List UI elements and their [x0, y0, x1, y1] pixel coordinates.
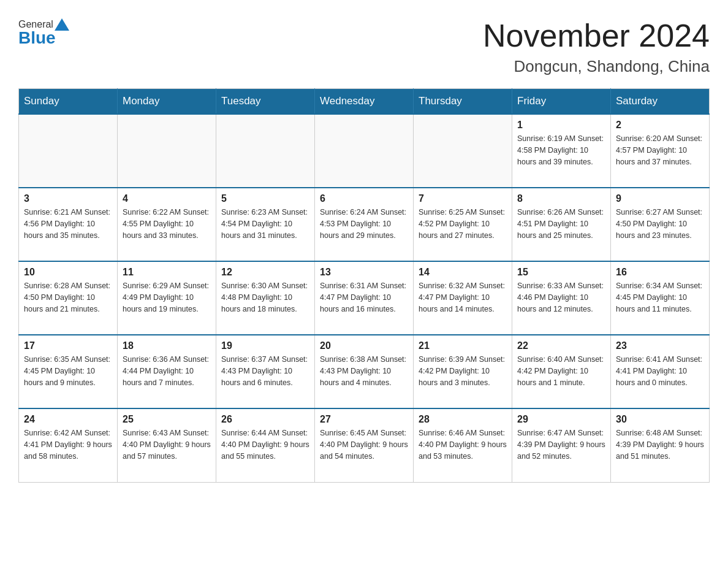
calendar-cell: 19Sunrise: 6:37 AM Sunset: 4:43 PM Dayli…: [216, 335, 315, 408]
calendar-cell: 26Sunrise: 6:44 AM Sunset: 4:40 PM Dayli…: [216, 408, 315, 482]
day-info: Sunrise: 6:22 AM Sunset: 4:55 PM Dayligh…: [123, 207, 211, 241]
day-number: 2: [616, 120, 704, 131]
weekday-header-friday: Friday: [512, 89, 611, 115]
calendar-cell: 10Sunrise: 6:28 AM Sunset: 4:50 PM Dayli…: [19, 261, 118, 335]
day-number: 1: [517, 120, 605, 131]
day-info: Sunrise: 6:32 AM Sunset: 4:47 PM Dayligh…: [419, 280, 507, 315]
calendar-cell: 23Sunrise: 6:41 AM Sunset: 4:41 PM Dayli…: [611, 335, 710, 408]
weekday-header-sunday: Sunday: [19, 89, 118, 115]
day-info: Sunrise: 6:24 AM Sunset: 4:53 PM Dayligh…: [320, 207, 408, 241]
calendar-cell: 16Sunrise: 6:34 AM Sunset: 4:45 PM Dayli…: [611, 261, 710, 335]
calendar-cell: 5Sunrise: 6:23 AM Sunset: 4:54 PM Daylig…: [216, 188, 315, 261]
calendar-week-row: 17Sunrise: 6:35 AM Sunset: 4:45 PM Dayli…: [19, 335, 710, 408]
page-header: General Blue November 2024 Dongcun, Shan…: [18, 18, 710, 76]
day-number: 10: [24, 267, 112, 278]
day-number: 13: [320, 267, 408, 278]
day-info: Sunrise: 6:27 AM Sunset: 4:50 PM Dayligh…: [616, 207, 704, 241]
day-number: 6: [320, 193, 408, 204]
day-number: 30: [616, 414, 704, 425]
month-title: November 2024: [483, 18, 710, 53]
calendar-cell: 6Sunrise: 6:24 AM Sunset: 4:53 PM Daylig…: [315, 188, 414, 261]
day-number: 28: [419, 414, 507, 425]
day-info: Sunrise: 6:40 AM Sunset: 4:42 PM Dayligh…: [517, 354, 605, 388]
day-number: 8: [517, 193, 605, 204]
calendar-cell: 8Sunrise: 6:26 AM Sunset: 4:51 PM Daylig…: [512, 188, 611, 261]
calendar-cell: [216, 114, 315, 188]
day-number: 12: [221, 267, 309, 278]
calendar-cell: 11Sunrise: 6:29 AM Sunset: 4:49 PM Dayli…: [118, 261, 216, 335]
calendar-cell: 22Sunrise: 6:40 AM Sunset: 4:42 PM Dayli…: [512, 335, 611, 408]
day-info: Sunrise: 6:38 AM Sunset: 4:43 PM Dayligh…: [320, 354, 408, 388]
day-number: 11: [123, 267, 211, 278]
day-info: Sunrise: 6:43 AM Sunset: 4:40 PM Dayligh…: [123, 427, 211, 462]
calendar-cell: 20Sunrise: 6:38 AM Sunset: 4:43 PM Dayli…: [315, 335, 414, 408]
logo-triangle-icon: [55, 18, 69, 31]
day-number: 14: [419, 267, 507, 278]
calendar-week-row: 10Sunrise: 6:28 AM Sunset: 4:50 PM Dayli…: [19, 261, 710, 335]
calendar-cell: 17Sunrise: 6:35 AM Sunset: 4:45 PM Dayli…: [19, 335, 118, 408]
calendar-cell: [19, 114, 118, 188]
day-number: 18: [123, 340, 211, 351]
calendar-cell: 27Sunrise: 6:45 AM Sunset: 4:40 PM Dayli…: [315, 408, 414, 482]
calendar-cell: 29Sunrise: 6:47 AM Sunset: 4:39 PM Dayli…: [512, 408, 611, 482]
calendar-cell: 21Sunrise: 6:39 AM Sunset: 4:42 PM Dayli…: [414, 335, 512, 408]
title-section: November 2024 Dongcun, Shandong, China: [483, 18, 710, 76]
calendar-table: SundayMondayTuesdayWednesdayThursdayFrid…: [18, 88, 710, 483]
day-number: 7: [419, 193, 507, 204]
day-number: 17: [24, 340, 112, 351]
day-number: 4: [123, 193, 211, 204]
calendar-cell: 30Sunrise: 6:48 AM Sunset: 4:39 PM Dayli…: [611, 408, 710, 482]
day-number: 24: [24, 414, 112, 425]
day-info: Sunrise: 6:21 AM Sunset: 4:56 PM Dayligh…: [24, 207, 112, 241]
day-info: Sunrise: 6:34 AM Sunset: 4:45 PM Dayligh…: [616, 280, 704, 315]
calendar-week-row: 24Sunrise: 6:42 AM Sunset: 4:41 PM Dayli…: [19, 408, 710, 482]
calendar-cell: 24Sunrise: 6:42 AM Sunset: 4:41 PM Dayli…: [19, 408, 118, 482]
day-info: Sunrise: 6:23 AM Sunset: 4:54 PM Dayligh…: [221, 207, 309, 241]
calendar-cell: 12Sunrise: 6:30 AM Sunset: 4:48 PM Dayli…: [216, 261, 315, 335]
day-number: 9: [616, 193, 704, 204]
day-info: Sunrise: 6:20 AM Sunset: 4:57 PM Dayligh…: [616, 133, 704, 167]
weekday-header-thursday: Thursday: [414, 89, 512, 115]
day-number: 3: [24, 193, 112, 204]
day-number: 27: [320, 414, 408, 425]
calendar-cell: [315, 114, 414, 188]
calendar-cell: 3Sunrise: 6:21 AM Sunset: 4:56 PM Daylig…: [19, 188, 118, 261]
weekday-header-row: SundayMondayTuesdayWednesdayThursdayFrid…: [19, 89, 710, 115]
location-title: Dongcun, Shandong, China: [483, 57, 710, 76]
calendar-week-row: 3Sunrise: 6:21 AM Sunset: 4:56 PM Daylig…: [19, 188, 710, 261]
calendar-cell: [118, 114, 216, 188]
day-info: Sunrise: 6:46 AM Sunset: 4:40 PM Dayligh…: [419, 427, 507, 462]
calendar-week-row: 1Sunrise: 6:19 AM Sunset: 4:58 PM Daylig…: [19, 114, 710, 188]
day-number: 19: [221, 340, 309, 351]
calendar-cell: 2Sunrise: 6:20 AM Sunset: 4:57 PM Daylig…: [611, 114, 710, 188]
logo-text-blue: Blue: [18, 28, 56, 48]
day-info: Sunrise: 6:37 AM Sunset: 4:43 PM Dayligh…: [221, 354, 309, 388]
day-info: Sunrise: 6:45 AM Sunset: 4:40 PM Dayligh…: [320, 427, 408, 462]
weekday-header-tuesday: Tuesday: [216, 89, 315, 115]
calendar-cell: 18Sunrise: 6:36 AM Sunset: 4:44 PM Dayli…: [118, 335, 216, 408]
day-info: Sunrise: 6:28 AM Sunset: 4:50 PM Dayligh…: [24, 280, 112, 315]
calendar-cell: 28Sunrise: 6:46 AM Sunset: 4:40 PM Dayli…: [414, 408, 512, 482]
day-info: Sunrise: 6:19 AM Sunset: 4:58 PM Dayligh…: [517, 133, 605, 167]
day-info: Sunrise: 6:42 AM Sunset: 4:41 PM Dayligh…: [24, 427, 112, 462]
logo: General Blue: [18, 18, 70, 48]
day-number: 16: [616, 267, 704, 278]
day-number: 26: [221, 414, 309, 425]
day-number: 23: [616, 340, 704, 351]
day-number: 25: [123, 414, 211, 425]
day-info: Sunrise: 6:39 AM Sunset: 4:42 PM Dayligh…: [419, 354, 507, 388]
calendar-cell: 15Sunrise: 6:33 AM Sunset: 4:46 PM Dayli…: [512, 261, 611, 335]
day-info: Sunrise: 6:26 AM Sunset: 4:51 PM Dayligh…: [517, 207, 605, 241]
day-info: Sunrise: 6:48 AM Sunset: 4:39 PM Dayligh…: [616, 427, 704, 462]
day-info: Sunrise: 6:44 AM Sunset: 4:40 PM Dayligh…: [221, 427, 309, 462]
calendar-cell: [414, 114, 512, 188]
weekday-header-wednesday: Wednesday: [315, 89, 414, 115]
day-number: 15: [517, 267, 605, 278]
calendar-cell: 9Sunrise: 6:27 AM Sunset: 4:50 PM Daylig…: [611, 188, 710, 261]
calendar-cell: 25Sunrise: 6:43 AM Sunset: 4:40 PM Dayli…: [118, 408, 216, 482]
day-info: Sunrise: 6:29 AM Sunset: 4:49 PM Dayligh…: [123, 280, 211, 315]
weekday-header-monday: Monday: [118, 89, 216, 115]
calendar-cell: 1Sunrise: 6:19 AM Sunset: 4:58 PM Daylig…: [512, 114, 611, 188]
day-number: 22: [517, 340, 605, 351]
day-info: Sunrise: 6:33 AM Sunset: 4:46 PM Dayligh…: [517, 280, 605, 315]
